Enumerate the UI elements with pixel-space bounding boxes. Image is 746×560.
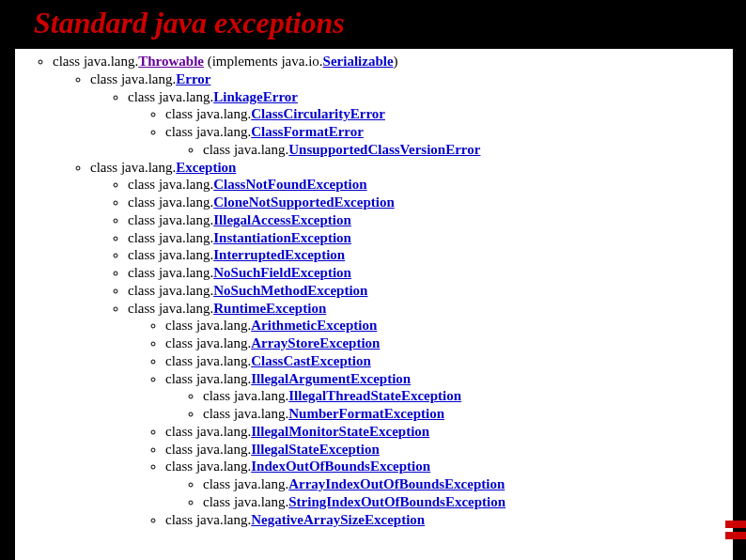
node-runtime: class java.lang.RuntimeException class j… [128, 300, 733, 529]
class-link-ccast[interactable]: ClassCastException [251, 353, 371, 368]
node-ccast: class java.lang.ClassCastException [165, 352, 733, 370]
class-link-arith[interactable]: ArithmeticException [251, 318, 377, 333]
node-illaccess: class java.lang.IllegalAccessException [128, 211, 733, 229]
class-link-error[interactable]: Error [176, 71, 210, 86]
node-nsm: class java.lang.NoSuchMethodException [128, 282, 733, 300]
class-link-instant[interactable]: InstantiationException [213, 230, 351, 245]
class-link-circularity[interactable]: ClassCircularityError [251, 106, 385, 121]
class-link-illaccess[interactable]: IllegalAccessException [213, 212, 351, 227]
node-cnf: class java.lang.ClassNotFoundException [128, 176, 733, 194]
class-link-serializable[interactable]: Serializable [323, 54, 394, 69]
class-link-ithread[interactable]: IllegalThreadStateException [288, 388, 461, 403]
class-link-format[interactable]: ClassFormatError [251, 124, 364, 139]
class-link-unsupported[interactable]: UnsupportedClassVersionError [288, 142, 480, 157]
node-interrupt: class java.lang.InterruptedException [128, 246, 733, 264]
class-link-runtime[interactable]: RuntimeException [213, 301, 326, 316]
class-link-linkage[interactable]: LinkageError [213, 89, 298, 104]
class-link-astore[interactable]: ArrayStoreException [251, 335, 380, 350]
node-illarg: class java.lang.IllegalArgumentException… [165, 370, 733, 423]
class-link-nsm[interactable]: NoSuchMethodException [213, 283, 367, 298]
class-link-nsf[interactable]: NoSuchFieldException [213, 265, 351, 280]
class-link-illarg[interactable]: IllegalArgumentException [251, 371, 411, 386]
hierarchy-panel: class java.lang.Throwable (implements ja… [15, 49, 733, 560]
class-link-clone[interactable]: CloneNotSupportedException [213, 194, 395, 210]
accent-bars [725, 521, 746, 543]
class-link-negarr[interactable]: NegativeArraySizeException [251, 512, 425, 527]
accent-bar [725, 532, 746, 539]
class-link-nformat[interactable]: NumberFormatException [288, 406, 444, 421]
node-throwable: class java.lang.Throwable (implements ja… [53, 53, 733, 528]
node-error: class java.lang.Error class java.lang.Li… [90, 70, 733, 159]
node-circularity: class java.lang.ClassCircularityError [165, 105, 733, 123]
node-sioob: class java.lang.StringIndexOutOfBoundsEx… [203, 493, 733, 511]
node-nformat: class java.lang.NumberFormatException [203, 405, 733, 423]
impl-open: (implements java.io. [204, 54, 323, 69]
node-format: class java.lang.ClassFormatError class j… [165, 123, 733, 159]
class-link-cnf[interactable]: ClassNotFoundException [213, 177, 366, 192]
node-illmon: class java.lang.IllegalMonitorStateExcep… [165, 423, 733, 441]
class-link-sioob[interactable]: StringIndexOutOfBoundsException [288, 494, 505, 509]
prefix: class java.lang. [53, 54, 138, 69]
slide: Standard java exceptions class java.lang… [0, 0, 746, 560]
class-link-aioob[interactable]: ArrayIndexOutOfBoundsException [288, 476, 505, 491]
node-arith: class java.lang.ArithmeticException [165, 317, 733, 334]
node-nsf: class java.lang.NoSuchFieldException [128, 264, 733, 282]
class-link-illmon[interactable]: IllegalMonitorStateException [251, 424, 429, 439]
slide-title: Standard java exceptions [0, 0, 746, 46]
class-link-exception[interactable]: Exception [176, 160, 236, 175]
node-ioob: class java.lang.IndexOutOfBoundsExceptio… [165, 458, 733, 510]
node-ithread: class java.lang.IllegalThreadStateExcept… [203, 387, 733, 405]
class-link-illstate[interactable]: IllegalStateException [251, 442, 380, 457]
node-instant: class java.lang.InstantiationException [128, 229, 733, 247]
node-unsupported: class java.lang.UnsupportedClassVersionE… [203, 141, 733, 159]
node-clone: class java.lang.CloneNotSupportedExcepti… [128, 194, 733, 211]
node-illstate: class java.lang.IllegalStateException [165, 441, 733, 459]
node-negarr: class java.lang.NegativeArraySizeExcepti… [165, 511, 733, 529]
class-link-throwable[interactable]: Throwable [138, 54, 204, 69]
node-aioob: class java.lang.ArrayIndexOutOfBoundsExc… [203, 475, 733, 493]
impl-close: ) [394, 54, 398, 69]
node-exception: class java.lang.Exception class java.lan… [90, 159, 733, 529]
node-astore: class java.lang.ArrayStoreException [165, 334, 733, 352]
node-linkage: class java.lang.LinkageError class java.… [128, 88, 733, 159]
accent-bar [725, 521, 746, 528]
class-link-ioob[interactable]: IndexOutOfBoundsException [251, 459, 430, 474]
class-link-interrupt[interactable]: InterruptedException [213, 247, 345, 262]
